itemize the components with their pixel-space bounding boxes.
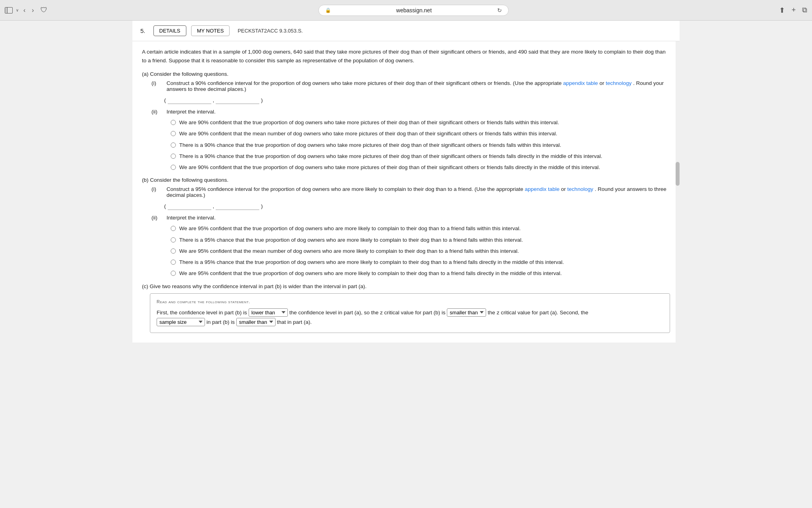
answer-input-b-low[interactable]: [168, 202, 211, 210]
scrollbar-thumb[interactable]: [676, 162, 680, 186]
part-b-i-inputs: ( , ): [164, 202, 670, 210]
part-b-i: (i) Construct a 95% confidence interval …: [151, 186, 670, 210]
question-code: PECKSTAT2ACC 9.3.053.S.: [237, 28, 303, 34]
lock-icon: 🔒: [325, 8, 331, 13]
paren-open-b: (: [164, 203, 166, 209]
radio-a-ii-1[interactable]: [170, 120, 176, 125]
or-separator-b: or: [561, 186, 567, 192]
address-bar[interactable]: 🔒 webassign.net ↻: [318, 5, 509, 16]
browser-actions: ⬆ + ⧉: [779, 6, 807, 15]
browser-chrome: ∨ ‹ › 🛡 🔒 webassign.net ↻ ⬆ + ⧉: [0, 0, 812, 21]
reload-button[interactable]: ↻: [497, 7, 502, 13]
statement-box: Read and complete the following statemen…: [150, 293, 670, 333]
radio-a-ii-2[interactable]: [170, 131, 176, 136]
shield-icon: 🛡: [40, 6, 48, 14]
statement-legend: Read and complete the following statemen…: [157, 299, 663, 304]
radio-a-ii-5[interactable]: [170, 165, 176, 170]
radio-a-ii-1-text: We are 90% confident that the true propo…: [179, 119, 559, 127]
details-tab-button[interactable]: DETAILS: [153, 25, 186, 36]
answer-input-b-high[interactable]: [216, 202, 259, 210]
radio-option-b-ii-2: There is a 95% chance that the true prop…: [170, 236, 670, 244]
scrollbar-track: [676, 41, 680, 343]
part-b-ii-roman: (ii): [151, 215, 163, 221]
problem-intro-text: A certain article indicates that in a sa…: [142, 48, 670, 65]
radio-option-a-ii-3: There is a 90% chance that the true prop…: [170, 141, 670, 149]
radio-option-b-ii-1: We are 95% confident that the true propo…: [170, 225, 670, 233]
share-button[interactable]: ⬆: [779, 6, 785, 15]
radio-b-ii-5[interactable]: [170, 271, 176, 276]
part-a-i-inputs: ( , ): [164, 96, 670, 104]
part-b-i-text: Construct a 95% confidence interval for …: [167, 186, 670, 198]
forward-button[interactable]: ›: [30, 6, 35, 15]
part-a-ii-label-row: (ii) Interpret the interval.: [151, 109, 670, 115]
appendix-table-link-b[interactable]: appendix table: [525, 186, 560, 192]
part-c: (c) Give two reasons why the confidence …: [142, 283, 670, 333]
radio-b-ii-2[interactable]: [170, 237, 176, 242]
my-notes-tab-button[interactable]: MY NOTES: [191, 25, 230, 36]
part-b-i-roman: (i): [151, 186, 163, 192]
question-number: 5.: [140, 27, 146, 34]
radio-option-b-ii-3: We are 95% confident that the mean numbe…: [170, 247, 670, 255]
part-b-ii-label-row: (ii) Interpret the interval.: [151, 215, 670, 221]
part-c-label: (c) Give two reasons why the confidence …: [142, 283, 670, 289]
sidebar-toggle-icon[interactable]: [5, 7, 13, 13]
technology-link-b[interactable]: technology: [567, 186, 593, 192]
radio-b-ii-3[interactable]: [170, 248, 176, 254]
statement-suffix: that in part (a).: [277, 319, 312, 325]
part-a-ii-roman: (ii): [151, 109, 163, 115]
part-a-ii-text: Interpret the interval.: [167, 109, 216, 115]
radio-b-ii-5-text: We are 95% confident that the true propo…: [179, 269, 562, 277]
radio-b-ii-1-text: We are 95% confident that the true propo…: [179, 225, 521, 233]
radio-option-a-ii-1: We are 90% confident that the true propo…: [170, 119, 670, 127]
radio-b-ii-1[interactable]: [170, 226, 176, 231]
statement-middle3: in part (b) is: [207, 319, 235, 325]
part-a-ii-options: We are 90% confident that the true propo…: [170, 119, 670, 171]
part-a-i: (i) Construct a 90% confidence interval …: [151, 80, 670, 104]
part-b-i-label-row: (i) Construct a 95% confidence interval …: [151, 186, 670, 198]
question-header: 5. DETAILS MY NOTES PECKSTAT2ACC 9.3.053…: [132, 21, 680, 41]
dropdown-sample-size[interactable]: sample size confidence level margin of e…: [157, 318, 205, 326]
part-b-ii: (ii) Interpret the interval. We are 95% …: [151, 215, 670, 277]
back-button[interactable]: ‹: [22, 6, 27, 15]
dropdown-comparison[interactable]: smaller than larger than the same as: [236, 318, 276, 326]
url-text: webassign.net: [334, 7, 494, 13]
appendix-table-link-a[interactable]: appendix table: [563, 80, 598, 86]
chevron-down-icon[interactable]: ∨: [16, 8, 19, 12]
statement-middle1: the confidence level in part (a), so the…: [289, 310, 446, 316]
answer-input-a-high[interactable]: [216, 96, 259, 104]
radio-option-b-ii-5: We are 95% confident that the true propo…: [170, 269, 670, 277]
radio-a-ii-5-text: We are 90% confident that the true propo…: [179, 164, 600, 171]
part-a-ii: (ii) Interpret the interval. We are 90% …: [151, 109, 670, 171]
part-a-label: (a) Consider the following questions.: [142, 71, 670, 77]
new-tab-button[interactable]: +: [791, 6, 796, 14]
tab-overview-button[interactable]: ⧉: [802, 6, 807, 14]
radio-option-a-ii-4: There is a 90% chance that the true prop…: [170, 152, 670, 160]
statement-prefix: First, the confidence level in part (b) …: [157, 310, 247, 316]
part-a-i-text: Construct a 90% confidence interval for …: [167, 80, 670, 92]
radio-b-ii-2-text: There is a 95% chance that the true prop…: [179, 236, 523, 244]
part-a-i-roman: (i): [151, 80, 163, 86]
radio-b-ii-4-text: There is a 95% chance that the true prop…: [179, 258, 564, 266]
content-area: A certain article indicates that in a sa…: [132, 41, 680, 343]
radio-b-ii-3-text: We are 95% confident that the mean numbe…: [179, 247, 519, 255]
paren-open-a: (: [164, 97, 166, 103]
radio-b-ii-4[interactable]: [170, 260, 176, 265]
radio-a-ii-4[interactable]: [170, 154, 176, 159]
statement-middle2: the z critical value for part (a). Secon…: [488, 310, 588, 316]
paren-close-b: ): [261, 203, 263, 209]
or-separator-a: or: [599, 80, 606, 86]
radio-a-ii-3-text: There is a 90% chance that the true prop…: [179, 141, 561, 149]
dropdown-z-critical[interactable]: smaller than larger than the same as: [447, 308, 486, 317]
radio-option-a-ii-2: We are 90% confident that the mean numbe…: [170, 130, 670, 138]
dropdown-confidence-level[interactable]: lower than higher than the same as: [249, 308, 288, 317]
answer-input-a-low[interactable]: [168, 96, 211, 104]
comma-a: ,: [213, 97, 214, 103]
part-a-i-label-row: (i) Construct a 90% confidence interval …: [151, 80, 670, 92]
browser-controls: ∨ ‹ ›: [5, 6, 36, 15]
technology-link-a[interactable]: technology: [606, 80, 632, 86]
radio-a-ii-2-text: We are 90% confident that the mean numbe…: [179, 130, 557, 138]
statement-text: First, the confidence level in part (b) …: [157, 308, 663, 327]
radio-option-a-ii-5: We are 90% confident that the true propo…: [170, 164, 670, 171]
radio-a-ii-4-text: There is a 90% chance that the true prop…: [179, 152, 602, 160]
radio-a-ii-3[interactable]: [170, 142, 176, 148]
